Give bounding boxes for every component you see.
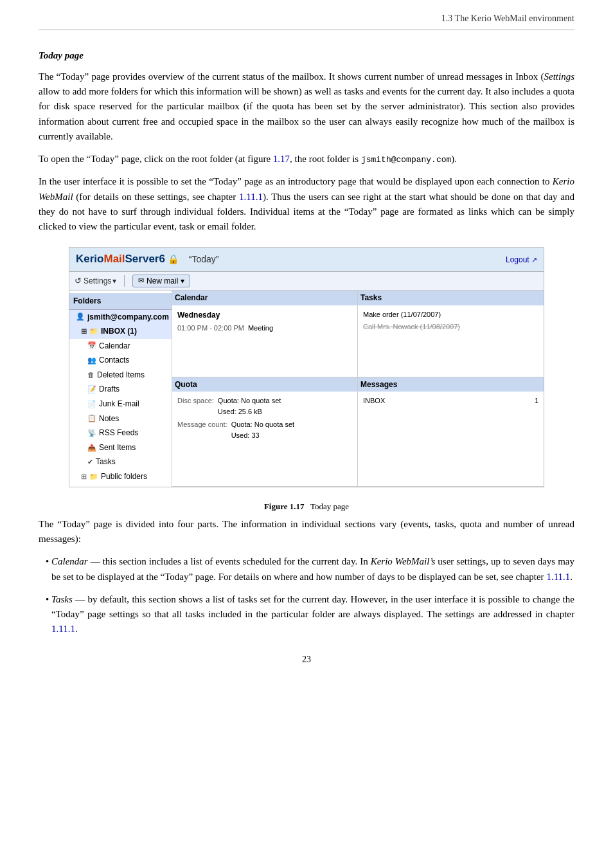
task-item-1[interactable]: Make order (11/07/2007) bbox=[363, 309, 538, 320]
disc-quota: Quota: No quota set Used: 25.6 kB bbox=[218, 395, 281, 417]
quota-header: Quota bbox=[172, 377, 357, 392]
rss-icon: 📡 bbox=[87, 428, 96, 439]
tasks-icon: ✔ bbox=[87, 457, 93, 467]
sent-icon: 📤 bbox=[87, 442, 96, 453]
calendar-icon: 📅 bbox=[87, 340, 96, 351]
sidebar-item-junk[interactable]: 📄 Junk E-mail bbox=[69, 397, 172, 411]
quota-row-messages: Message count: Quota: No quota set Used:… bbox=[177, 419, 352, 441]
figure-link-117[interactable]: 1.17 bbox=[273, 154, 290, 164]
section-title: Today page bbox=[39, 48, 574, 63]
sidebar-item-inbox[interactable]: ⊞ 📁 INBOX (1) bbox=[69, 324, 172, 339]
page-number: 23 bbox=[39, 653, 574, 667]
contacts-icon: 👥 bbox=[87, 355, 96, 366]
app-logo: KerioMailServer6 bbox=[76, 251, 165, 267]
kerio-webmail-italic-2: Kerio WebMail’s bbox=[371, 556, 436, 566]
logout-link[interactable]: Logout ↗ bbox=[506, 255, 537, 264]
sidebar-item-sent[interactable]: 📤 Sent Items bbox=[69, 440, 172, 455]
disc-label: Disc space: bbox=[177, 395, 214, 417]
email-mono: jsmith@company.com bbox=[361, 155, 451, 165]
bullet-tasks: Tasks — by default, this section shows a… bbox=[51, 592, 574, 637]
settings-italic: Settings bbox=[544, 71, 575, 82]
main-content: Calendar Wednesday 01:00 PM - 02:00 PM M… bbox=[172, 291, 544, 487]
quota-row-disc: Disc space: Quota: No quota set Used: 25… bbox=[177, 395, 352, 417]
public-expand-icon: ⊞ bbox=[81, 471, 87, 482]
message-folder-name[interactable]: INBOX bbox=[363, 395, 385, 406]
calendar-panel: Calendar Wednesday 01:00 PM - 02:00 PM M… bbox=[172, 291, 358, 377]
chapter-link-1111a[interactable]: 1.11.1 bbox=[239, 192, 263, 202]
inbox-folder-icon: 📁 bbox=[89, 326, 98, 337]
chapter-title: 1.3 The Kerio WebMail environment bbox=[441, 14, 574, 23]
new-mail-button[interactable]: ✉ New mail ▾ bbox=[132, 275, 190, 287]
bullet-calendar-term: Calendar bbox=[51, 556, 88, 566]
drafts-icon: 📝 bbox=[87, 384, 96, 395]
folders-header: Folders bbox=[69, 293, 172, 310]
app-toolbar: ↺ Settings ▾ ✉ New mail ▾ bbox=[69, 272, 544, 291]
sidebar-item-notes[interactable]: 📋 Notes bbox=[69, 411, 172, 426]
calendar-event: 01:00 PM - 02:00 PM Meeting bbox=[177, 323, 352, 334]
msg-count-quota: Quota: No quota set Used: 33 bbox=[231, 419, 294, 441]
sidebar-item-rss[interactable]: 📡 RSS Feeds bbox=[69, 426, 172, 440]
calendar-header: Calendar bbox=[172, 291, 357, 305]
junk-icon: 📄 bbox=[87, 399, 96, 410]
messages-header: Messages bbox=[358, 377, 544, 392]
post-figure-text: The “Today” page is divided into four pa… bbox=[39, 517, 574, 547]
app-body: Folders 👤 jsmith@company.com ⊞ 📁 INBOX (… bbox=[69, 291, 544, 487]
figure-caption: Figure 1.17 Today page bbox=[39, 500, 574, 513]
figure-caption-text: Today page bbox=[310, 502, 349, 511]
public-folder-icon: 📁 bbox=[89, 471, 98, 482]
feature-list: Calendar — this section includes a list … bbox=[51, 554, 574, 637]
sidebar-item-root[interactable]: 👤 jsmith@company.com bbox=[69, 310, 172, 325]
quota-panel: Quota Disc space: Quota: No quota set Us… bbox=[172, 377, 358, 487]
task-item-2[interactable]: Call Mrs. Nowack (11/08/2007) bbox=[363, 321, 538, 332]
event-time: 01:00 PM - 02:00 PM bbox=[177, 323, 244, 334]
bullet-tasks-term: Tasks bbox=[51, 594, 73, 604]
kerio-webmail-italic: Kerio WebMail bbox=[39, 176, 574, 201]
app-title: “Today” bbox=[186, 253, 219, 267]
sidebar-item-deleted[interactable]: 🗑 Deleted Items bbox=[69, 368, 172, 383]
event-name[interactable]: Meeting bbox=[248, 323, 273, 334]
body-paragraph-3: In the user interface it is possible to … bbox=[39, 174, 574, 234]
calendar-day: Wednesday bbox=[177, 309, 352, 321]
app-header: KerioMailServer6 🔒 “Today” Logout ↗ bbox=[69, 248, 544, 271]
sidebar-item-public[interactable]: ⊞ 📁 Public folders bbox=[69, 469, 172, 484]
message-count-badge: 1 bbox=[535, 395, 538, 406]
sidebar: Folders 👤 jsmith@company.com ⊞ 📁 INBOX (… bbox=[69, 291, 172, 487]
tasks-header: Tasks bbox=[358, 291, 544, 305]
body-paragraph-1: The “Today” page provides overview of th… bbox=[39, 69, 574, 144]
body-paragraph-2: To open the “Today” page, click on the r… bbox=[39, 152, 574, 167]
tasks-panel: Tasks Make order (11/07/2007) Call Mrs. … bbox=[358, 291, 544, 377]
settings-button[interactable]: ↺ Settings ▾ bbox=[75, 275, 116, 287]
message-row-inbox: INBOX 1 bbox=[363, 395, 538, 406]
messages-panel: Messages INBOX 1 bbox=[358, 377, 544, 487]
chapter-link-1111c[interactable]: 1.11.1 bbox=[51, 624, 75, 634]
sidebar-item-contacts[interactable]: 👥 Contacts bbox=[69, 353, 172, 368]
deleted-icon: 🗑 bbox=[87, 370, 94, 381]
sidebar-item-tasks[interactable]: ✔ Tasks bbox=[69, 455, 172, 469]
bullet-calendar: Calendar — this section includes a list … bbox=[51, 554, 574, 584]
sidebar-item-drafts[interactable]: 📝 Drafts bbox=[69, 382, 172, 397]
person-icon: 👤 bbox=[76, 311, 85, 322]
page-header: 1.3 The Kerio WebMail environment bbox=[39, 0, 574, 30]
notes-icon: 📋 bbox=[87, 413, 96, 424]
inbox-expand-icon: ⊞ bbox=[81, 326, 87, 337]
sidebar-item-calendar[interactable]: 📅 Calendar bbox=[69, 339, 172, 354]
chapter-link-1111b[interactable]: 1.11.1 bbox=[546, 572, 570, 582]
figure-label: Figure 1.17 bbox=[264, 502, 305, 511]
msg-count-label: Message count: bbox=[177, 419, 227, 441]
figure-container: KerioMailServer6 🔒 “Today” Logout ↗ ↺ Se… bbox=[69, 247, 544, 487]
